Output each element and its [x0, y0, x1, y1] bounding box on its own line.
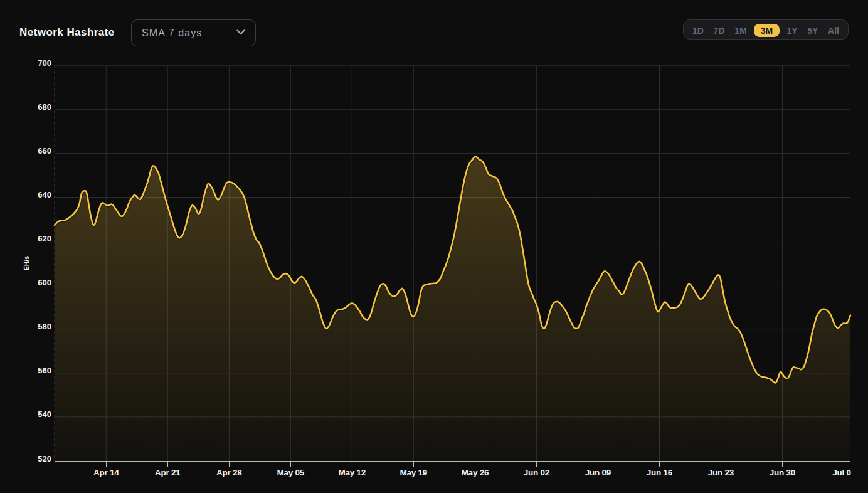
svg-text:May 12: May 12: [339, 468, 366, 477]
svg-text:Jun 30: Jun 30: [770, 468, 795, 477]
svg-text:May 26: May 26: [462, 468, 489, 477]
svg-text:600: 600: [38, 278, 51, 287]
svg-text:EH/s: EH/s: [23, 256, 30, 271]
svg-text:660: 660: [38, 146, 51, 156]
svg-text:680: 680: [38, 102, 51, 112]
svg-text:640: 640: [38, 190, 51, 199]
svg-text:Jun 23: Jun 23: [708, 468, 734, 477]
svg-text:Jun 09: Jun 09: [585, 468, 611, 477]
svg-text:Apr 28: Apr 28: [216, 468, 242, 477]
svg-text:Jul 07: Jul 07: [832, 468, 855, 477]
svg-text:560: 560: [38, 366, 51, 375]
svg-text:Apr 21: Apr 21: [155, 468, 181, 477]
svg-text:700: 700: [38, 58, 51, 68]
svg-text:520: 520: [38, 454, 51, 464]
svg-text:540: 540: [38, 410, 51, 419]
svg-text:May 05: May 05: [277, 468, 305, 477]
svg-text:May 19: May 19: [400, 468, 428, 477]
svg-text:580: 580: [38, 322, 51, 331]
svg-text:Jun 16: Jun 16: [647, 468, 673, 477]
svg-text:Jun 02: Jun 02: [524, 468, 549, 477]
svg-text:620: 620: [38, 234, 51, 243]
svg-text:Apr 14: Apr 14: [93, 468, 119, 477]
